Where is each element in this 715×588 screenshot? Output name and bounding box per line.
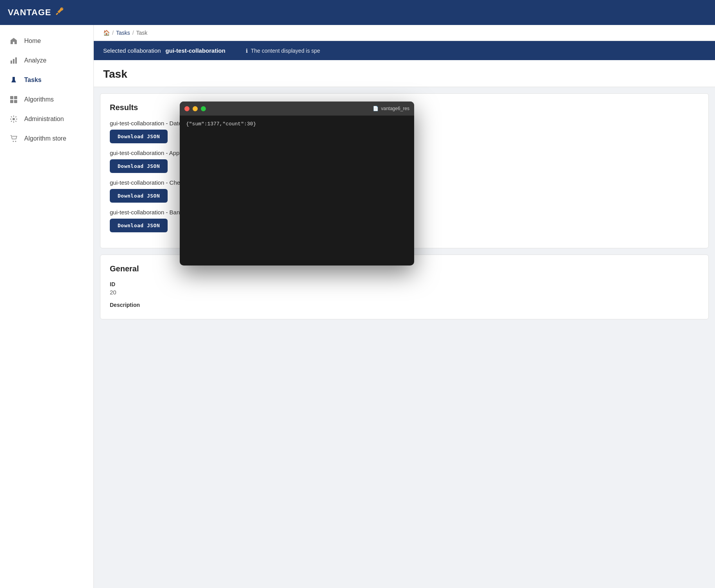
sidebar-item-analyze[interactable]: Analyze (0, 51, 93, 70)
sidebar-label-algorithm-store: Algorithm store (24, 135, 66, 142)
sidebar-label-home: Home (24, 37, 41, 45)
terminal-maximize-button[interactable] (201, 106, 206, 111)
download-json-button-3[interactable]: Download JSON (110, 219, 168, 232)
breadcrumb-tasks[interactable]: Tasks (116, 30, 130, 36)
download-json-button-2[interactable]: Download JSON (110, 189, 168, 203)
bar-chart-icon (9, 56, 18, 65)
page-title: Task (103, 68, 706, 80)
terminal-window: 📄 vantage6_res {"sum":1377,"count":30} (180, 102, 414, 265)
flask-icon (9, 76, 18, 84)
banner-info-text: The content displayed is spe (251, 48, 320, 54)
svg-rect-5 (10, 96, 13, 99)
sidebar-item-administration[interactable]: Administration (0, 109, 93, 129)
terminal-titlebar: 📄 vantage6_res (180, 102, 414, 116)
terminal-body: {"sum":1377,"count":30} (180, 116, 414, 133)
sidebar-label-administration: Administration (24, 116, 64, 123)
banner-prefix: Selected collaboration (103, 47, 161, 54)
svg-point-10 (13, 141, 14, 142)
svg-rect-0 (56, 12, 58, 15)
home-icon (9, 37, 18, 45)
breadcrumb: 🏠 / Tasks / Task (94, 25, 715, 41)
id-label: ID (110, 281, 699, 287)
sidebar-item-algorithms[interactable]: Algorithms (0, 90, 93, 109)
top-navigation: VANTAGE (0, 0, 715, 25)
svg-point-9 (13, 118, 15, 120)
sidebar-label-tasks: Tasks (24, 77, 41, 84)
breadcrumb-task: Task (136, 30, 148, 36)
logo-text: VANTAGE (8, 7, 51, 18)
download-json-button-1[interactable]: Download JSON (110, 159, 168, 173)
sidebar-item-algorithm-store[interactable]: Algorithm store (0, 129, 93, 148)
banner-collaboration-name: gui-test-collaboration (166, 47, 225, 54)
filename-text: vantage6_res (381, 106, 409, 111)
page-header: Task (94, 60, 715, 87)
terminal-line-1: {"sum":1377,"count":30} (186, 120, 408, 128)
general-title: General (110, 264, 699, 273)
download-json-button-0[interactable]: Download JSON (110, 130, 168, 143)
collaboration-banner: Selected collaboration gui-test-collabor… (94, 41, 715, 60)
breadcrumb-sep-2: / (132, 30, 134, 36)
terminal-content: {"sum":1377,"count":30} (186, 121, 256, 127)
terminal-filename: 📄 vantage6_res (373, 106, 409, 111)
svg-rect-8 (14, 100, 17, 103)
terminal-minimize-button[interactable] (193, 106, 198, 111)
svg-rect-2 (11, 61, 12, 64)
file-icon: 📄 (373, 106, 379, 111)
svg-rect-4 (15, 57, 17, 64)
svg-rect-3 (13, 59, 14, 64)
terminal-close-button[interactable] (184, 106, 189, 111)
logo-icon (54, 6, 64, 19)
svg-rect-6 (14, 96, 17, 99)
sidebar-label-algorithms: Algorithms (24, 96, 54, 103)
sidebar-item-home[interactable]: Home (0, 31, 93, 51)
logo: VANTAGE (8, 6, 64, 19)
home-breadcrumb-icon[interactable]: 🏠 (103, 30, 110, 36)
banner-info: ℹ The content displayed is spe (246, 48, 320, 54)
cart-icon (9, 134, 18, 143)
info-icon: ℹ (246, 48, 248, 54)
description-label: Description (110, 302, 699, 308)
svg-point-11 (15, 141, 16, 142)
sidebar: Home Analyze Tasks (0, 25, 94, 588)
admin-gear-icon (9, 115, 18, 123)
breadcrumb-sep-1: / (112, 30, 114, 36)
svg-rect-7 (10, 100, 13, 103)
sidebar-label-analyze: Analyze (24, 57, 46, 64)
sidebar-item-tasks[interactable]: Tasks (0, 70, 93, 90)
id-value: 20 (110, 289, 699, 296)
gear-icon (9, 95, 18, 104)
